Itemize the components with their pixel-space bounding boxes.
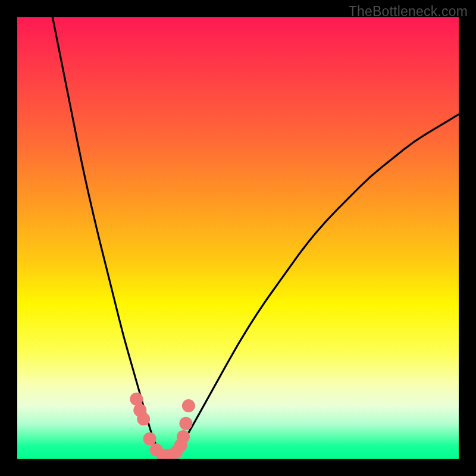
highlight-marker (143, 433, 156, 446)
highlight-marker (182, 399, 195, 412)
highlight-marker (177, 430, 190, 443)
watermark-text: TheBottleneck.com (349, 4, 468, 20)
chart-plot-area (17, 17, 459, 459)
highlight-marker-group (130, 393, 195, 459)
chart-svg (17, 17, 459, 459)
highlight-marker (179, 417, 192, 430)
highlight-marker (137, 412, 150, 425)
bottleneck-curve-line (52, 17, 459, 456)
